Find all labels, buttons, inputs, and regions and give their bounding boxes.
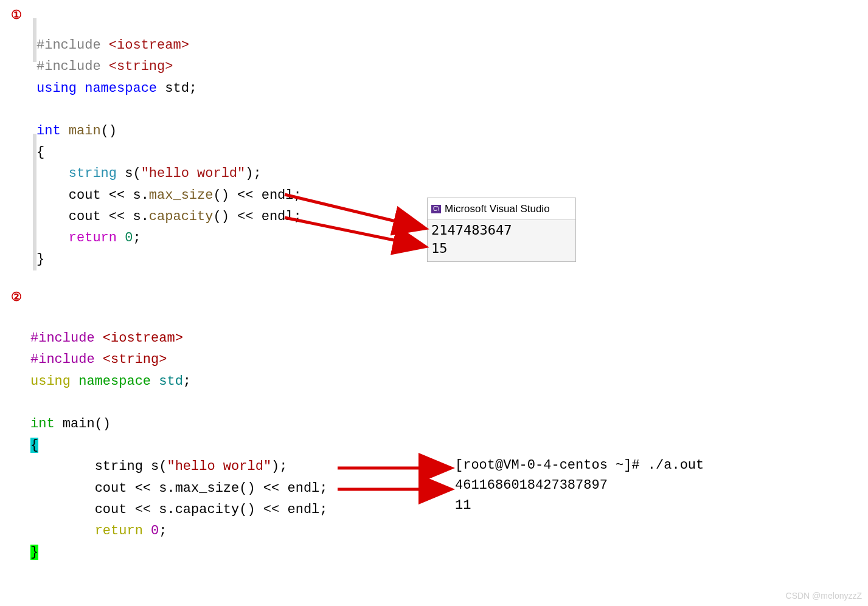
keyword-namespace: namespace — [78, 374, 159, 389]
identifier: s — [125, 166, 133, 181]
identifier: s — [133, 188, 141, 203]
vs-output-title: Microsoft Visual Studio — [445, 201, 550, 217]
punct: ); — [271, 459, 287, 474]
keyword-return: return — [95, 523, 151, 539]
include-target: <string> — [103, 352, 167, 367]
identifier: cout — [69, 188, 109, 203]
punct: ; — [159, 523, 167, 539]
include-target: <string> — [109, 59, 173, 74]
fn-name: main() — [63, 416, 111, 432]
punct: ); — [245, 166, 261, 181]
indent — [36, 230, 69, 246]
indent — [36, 188, 69, 203]
code-block-gcc: #include <iostream> #include <string> us… — [30, 306, 328, 563]
punct: ; — [294, 188, 302, 203]
section-marker-1: ① — [11, 5, 22, 24]
code-text: string s( — [95, 459, 167, 474]
identifier: endl — [262, 188, 294, 203]
brace-open: { — [36, 145, 44, 160]
brace-close: } — [30, 545, 38, 560]
operator: << — [109, 188, 133, 203]
fn-name: main — [69, 123, 101, 139]
indent — [36, 166, 69, 181]
svg-line-0 — [285, 195, 423, 228]
preproc: #include — [30, 352, 103, 367]
punct: ; — [189, 81, 197, 96]
parens: () — [101, 123, 117, 139]
identifier: std — [159, 374, 183, 389]
vs-output-line: 2147483647 — [431, 221, 571, 239]
watermark: CSDN @melonyzzZ — [786, 589, 862, 602]
method-call: max_size — [149, 188, 214, 203]
parens: () — [213, 209, 237, 224]
keyword-using: using — [30, 374, 78, 389]
punct: . — [141, 188, 149, 203]
vs-output-line: 15 — [431, 239, 571, 258]
string-literal: "hello world" — [141, 166, 246, 181]
brace-close: } — [36, 252, 44, 267]
punct: ; — [133, 230, 141, 246]
include-target: <iostream> — [103, 331, 183, 346]
terminal-prompt: [root@VM-0-4-centos ~]# ./a.out — [455, 458, 704, 473]
vs-output-titlebar: C\ Microsoft Visual Studio — [428, 198, 575, 220]
keyword-return: return — [69, 230, 125, 246]
section-marker-2: ② — [11, 287, 22, 306]
vs-icon: C\ — [431, 205, 441, 213]
preproc: #include — [36, 38, 109, 53]
brace-open: { — [30, 438, 38, 453]
number-literal: 0 — [125, 230, 133, 246]
svg-line-1 — [285, 218, 423, 246]
punct: ; — [294, 209, 302, 224]
code-text: cout << s.max_size() << endl; — [95, 481, 328, 496]
operator: << — [237, 209, 262, 224]
operator: << — [237, 188, 262, 203]
code-text: cout << s.capacity() << endl; — [95, 502, 328, 517]
terminal-line: 4611686018427387897 — [455, 478, 608, 493]
operator: << — [109, 209, 133, 224]
indent — [30, 459, 95, 474]
punct: ( — [133, 166, 141, 181]
identifier: std — [165, 81, 189, 96]
identifier: cout — [69, 209, 109, 224]
keyword-using: using — [36, 81, 85, 96]
indent — [36, 209, 69, 224]
terminal-output: [root@VM-0-4-centos ~]# ./a.out 46116860… — [455, 435, 704, 515]
indent — [30, 481, 95, 496]
type: string — [69, 166, 125, 181]
identifier: endl — [262, 209, 294, 224]
preproc: #include — [30, 331, 103, 346]
vs-output-window: C\ Microsoft Visual Studio 2147483647 15 — [427, 198, 576, 262]
indent — [30, 502, 95, 517]
keyword-namespace: namespace — [85, 81, 165, 96]
preproc: #include — [36, 59, 109, 74]
string-literal: "hello world" — [167, 459, 271, 474]
terminal-line: 11 — [455, 498, 471, 513]
identifier: s — [133, 209, 141, 224]
code-block-vs: #include <iostream> #include <string> us… — [36, 13, 302, 270]
punct: . — [141, 209, 149, 224]
vs-output-body: 2147483647 15 — [428, 220, 575, 261]
method-call: capacity — [149, 209, 214, 224]
keyword-int: int — [36, 123, 69, 139]
indent — [30, 523, 95, 539]
punct: ; — [183, 374, 191, 389]
keyword-int: int — [30, 416, 63, 432]
include-target: <iostream> — [109, 38, 189, 53]
parens: () — [213, 188, 237, 203]
number-literal: 0 — [151, 523, 159, 539]
